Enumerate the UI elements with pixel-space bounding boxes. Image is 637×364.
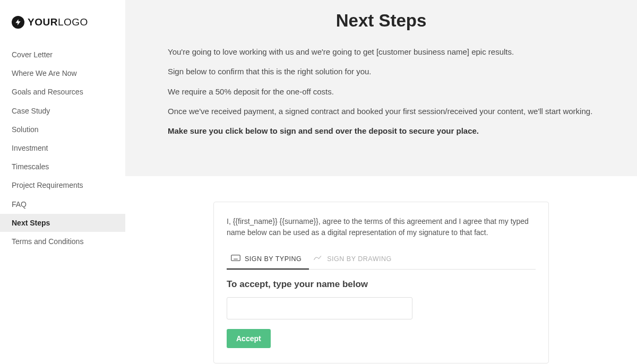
para-1: You're going to love working with us and…: [168, 46, 595, 58]
sidebar-item-timescales[interactable]: Timescales: [0, 158, 125, 176]
sidebar: YOURLOGO Cover Letter Where We Are Now G…: [0, 0, 125, 364]
svg-rect-0: [231, 255, 240, 261]
sidebar-item-investment[interactable]: Investment: [0, 139, 125, 157]
sidebar-item-solution[interactable]: Solution: [0, 120, 125, 138]
tab-sign-by-typing[interactable]: SIGN BY TYPING: [227, 250, 309, 270]
tab-sign-by-drawing[interactable]: SIGN BY DRAWING: [309, 250, 399, 270]
content-upper: Next Steps You're going to love working …: [125, 0, 637, 176]
sidebar-item-cover-letter[interactable]: Cover Letter: [0, 46, 125, 64]
bolt-icon: [12, 16, 24, 29]
para-3: We require a 50% deposit for the one-off…: [168, 85, 595, 98]
sidebar-item-where-we-are-now[interactable]: Where We Are Now: [0, 64, 125, 82]
pen-icon: [313, 254, 323, 263]
para-bold: Make sure you click below to sign and se…: [168, 125, 595, 137]
accept-button[interactable]: Accept: [227, 329, 271, 348]
logo-bold: YOUR: [28, 16, 58, 28]
para-2: Sign below to confirm that this is the r…: [168, 65, 595, 77]
signature-name-input[interactable]: [227, 297, 412, 319]
agreement-text: I, {{first_name}} {{surname}}, agree to …: [227, 216, 536, 238]
signature-section: I, {{first_name}} {{surname}}, agree to …: [125, 176, 637, 364]
sidebar-nav: Cover Letter Where We Are Now Goals and …: [0, 40, 125, 250]
sidebar-item-goals-resources[interactable]: Goals and Resources: [0, 83, 125, 101]
para-4: Once we've received payment, a signed co…: [168, 105, 595, 117]
keyboard-icon: [231, 254, 240, 263]
accept-heading: To accept, type your name below: [227, 279, 536, 290]
logo: YOURLOGO: [0, 0, 125, 40]
logo-thin: LOGO: [58, 16, 88, 28]
sidebar-item-terms[interactable]: Terms and Conditions: [0, 232, 125, 250]
main-content: Next Steps You're going to love working …: [125, 0, 637, 364]
sidebar-item-project-requirements[interactable]: Project Requirements: [0, 176, 125, 194]
signature-tabs: SIGN BY TYPING SIGN BY DRAWING: [227, 250, 536, 270]
sidebar-item-case-study[interactable]: Case Study: [0, 102, 125, 120]
sidebar-item-next-steps[interactable]: Next Steps: [0, 214, 125, 232]
signature-card: I, {{first_name}} {{surname}}, agree to …: [213, 202, 549, 363]
page-title: Next Steps: [168, 11, 595, 31]
logo-text: YOURLOGO: [28, 16, 88, 28]
tab-drawing-label: SIGN BY DRAWING: [327, 255, 391, 263]
tab-typing-label: SIGN BY TYPING: [245, 255, 302, 263]
sidebar-item-faq[interactable]: FAQ: [0, 195, 125, 213]
